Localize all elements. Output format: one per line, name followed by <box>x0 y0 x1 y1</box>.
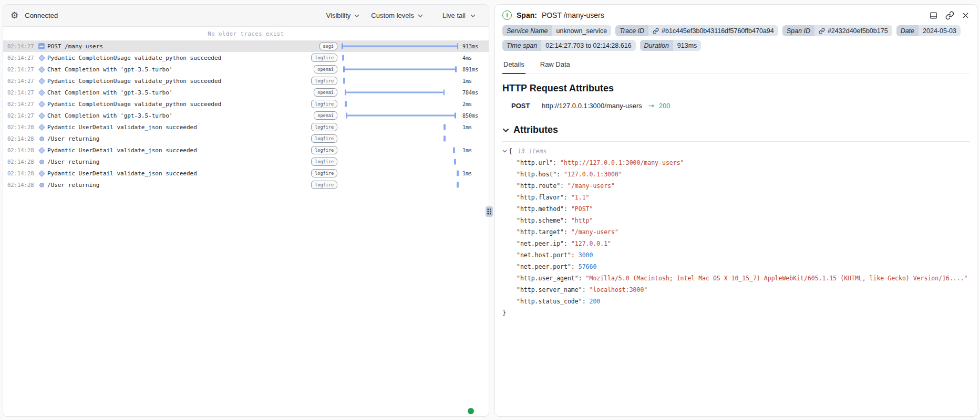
span-header: i Span: POST /many-users <box>502 5 969 24</box>
tab-details[interactable]: Details <box>502 57 525 74</box>
trace-row[interactable]: 02:14:28Pydantic UserDetail validate_jso… <box>3 144 489 156</box>
log-dot-icon <box>36 183 47 187</box>
trace-row-name: Chat Completion with 'gpt-3.5-turbo' <box>47 89 312 96</box>
copy-link-icon[interactable] <box>945 11 954 20</box>
link-icon[interactable] <box>653 28 659 34</box>
attribute-line: "net.host.port": 3000 <box>502 249 969 261</box>
live-tail-dropdown[interactable]: Live tail <box>429 5 489 26</box>
attribute-line: "http.url": "http://127.0.0.1:3000/many-… <box>502 157 969 169</box>
attribute-value: 3000 <box>579 251 593 259</box>
attribute-line: "http.host": "127.0.0.1:3000" <box>502 169 969 180</box>
link-icon[interactable] <box>819 28 825 34</box>
attribute-line: "http.scheme": "http" <box>502 215 969 226</box>
attribute-key: "http.method" <box>517 205 564 213</box>
trace-row-timeline <box>342 133 458 144</box>
trace-row-name: Chat Completion with 'gpt-3.5-turbo' <box>47 66 312 73</box>
trace-row-duration: 1ms <box>458 78 489 84</box>
trace-row-name: Chat Completion with 'gpt-3.5-turbo' <box>47 112 312 119</box>
meta-badge-text: 913ms <box>677 42 697 49</box>
trace-row[interactable]: 02:14:28/User returninglogfire <box>3 179 489 191</box>
attribute-key: "http.host" <box>517 171 556 178</box>
trace-row-timestamp: 02:14:28 <box>7 170 36 176</box>
trace-row[interactable]: 02:14:28Pydantic UserDetail validate_jso… <box>3 121 489 133</box>
attributes-section-header[interactable]: Attributes <box>502 124 969 135</box>
dock-panel-icon[interactable] <box>929 11 938 20</box>
info-icon: i <box>502 10 512 20</box>
live-indicator-dot <box>468 408 474 414</box>
trace-row-timeline <box>342 98 458 110</box>
duration-bar <box>342 44 458 49</box>
meta-badge: Span ID#2432d40ef5b0b175 <box>782 25 892 36</box>
panel-resize-handle[interactable] <box>486 206 493 217</box>
scope-badge: logfire <box>311 158 337 166</box>
chevron-down-icon[interactable] <box>502 150 507 153</box>
tab-raw-data[interactable]: Raw Data <box>539 57 571 74</box>
meta-badge-label: Date <box>896 25 919 36</box>
http-request-summary: POST http://127.0.0.1:3000/many-users → … <box>502 102 969 110</box>
close-brace: } <box>502 307 969 319</box>
trace-row[interactable]: 02:14:27Chat Completion with 'gpt-3.5-tu… <box>3 87 489 98</box>
trace-row-timestamp: 02:14:27 <box>7 55 36 61</box>
attribute-key: "http.target" <box>517 228 564 236</box>
meta-badge: Date2024-05-03 <box>896 25 961 36</box>
trace-row-name: POST /many-users <box>47 43 312 50</box>
trace-row-name: Pydantic UserDetail validate_json succee… <box>47 124 312 131</box>
trace-row[interactable]: 02:14:27POST /many-usersasgi913ms <box>3 40 489 52</box>
duration-tick <box>454 159 456 165</box>
scope-badge: asgi <box>319 42 337 50</box>
visibility-dropdown[interactable]: Visibility <box>321 5 366 26</box>
trace-row-duration: 913ms <box>458 44 489 49</box>
meta-badge-text: 02:14:27.703 to 02:14:28.616 <box>545 42 631 49</box>
trace-row[interactable]: 02:14:27Pydantic CompletionUsage validat… <box>3 52 489 64</box>
attribute-value: 200 <box>589 298 600 305</box>
scope-badge: logfire <box>311 134 337 143</box>
trace-row[interactable]: 02:14:27Chat Completion with 'gpt-3.5-tu… <box>3 110 489 121</box>
attribute-line: "net.peer.port": 57660 <box>502 261 969 272</box>
no-older-traces-label: No older traces exist <box>3 27 489 40</box>
trace-row-name: /User returning <box>47 182 312 188</box>
meta-badge: Service Nameunknown_service <box>502 25 611 36</box>
log-dot-icon <box>36 160 47 164</box>
grip-dots-icon <box>487 208 491 215</box>
meta-badge-label: Time span <box>502 40 541 51</box>
trace-row-timeline <box>342 110 458 121</box>
scope-badge: openai <box>314 65 337 74</box>
trace-row[interactable]: 02:14:27Chat Completion with 'gpt-3.5-tu… <box>3 64 489 75</box>
trace-row-timestamp: 02:14:27 <box>7 101 36 107</box>
meta-badge-label: Trace ID <box>615 25 648 36</box>
span-diamond-icon <box>36 102 47 107</box>
trace-row[interactable]: 02:14:27Pydantic CompletionUsage validat… <box>3 98 489 110</box>
collapse-toggle-icon[interactable] <box>36 43 47 49</box>
meta-badge-value: 913ms <box>673 40 702 51</box>
trace-row[interactable]: 02:14:27Pydantic CompletionUsage validat… <box>3 75 489 87</box>
detail-tabs: DetailsRaw Data <box>502 57 969 74</box>
settings-gear-icon[interactable]: ⚙ <box>11 11 18 20</box>
span-diamond-icon <box>36 67 47 72</box>
trace-row-timestamp: 02:14:27 <box>7 89 36 96</box>
scope-badge: logfire <box>311 169 337 177</box>
attribute-value: "Mozilla/5.0 (Macintosh; Intel Mac OS X … <box>586 275 968 282</box>
attributes-title: Attributes <box>513 124 558 135</box>
trace-row-timestamp: 02:14:28 <box>7 147 36 153</box>
attribute-key: "net.host.port" <box>517 251 571 259</box>
span-diamond-icon <box>36 90 47 95</box>
duration-tick <box>457 171 459 176</box>
trace-row-duration: 891ms <box>458 67 489 72</box>
trace-row[interactable]: 02:14:28/User returninglogfire <box>3 133 489 144</box>
trace-row[interactable]: 02:14:28Pydantic UserDetail validate_jso… <box>3 167 489 179</box>
trace-row-timestamp: 02:14:27 <box>7 78 36 84</box>
traces-toolbar: ⚙ Connected Visibility Custom levels Liv… <box>3 5 489 27</box>
trace-row[interactable]: 02:14:28/User returninglogfire <box>3 156 489 167</box>
span-meta-badges: Service Nameunknown_serviceTrace ID#b1c4… <box>502 24 969 55</box>
span-detail-panel: i Span: POST /many-users Service Nameunk… <box>494 4 977 417</box>
trace-row-name: Pydantic UserDetail validate_json succee… <box>47 170 312 177</box>
custom-levels-dropdown[interactable]: Custom levels <box>365 5 429 26</box>
trace-row-timeline <box>342 167 458 179</box>
attribute-key: "http.url" <box>517 159 553 166</box>
items-count: 13 items <box>518 145 546 157</box>
trace-row-timeline <box>342 52 458 64</box>
duration-bar <box>345 90 445 96</box>
open-brace: { <box>509 145 512 157</box>
close-icon[interactable] <box>962 12 969 19</box>
trace-row-timeline <box>342 75 458 87</box>
